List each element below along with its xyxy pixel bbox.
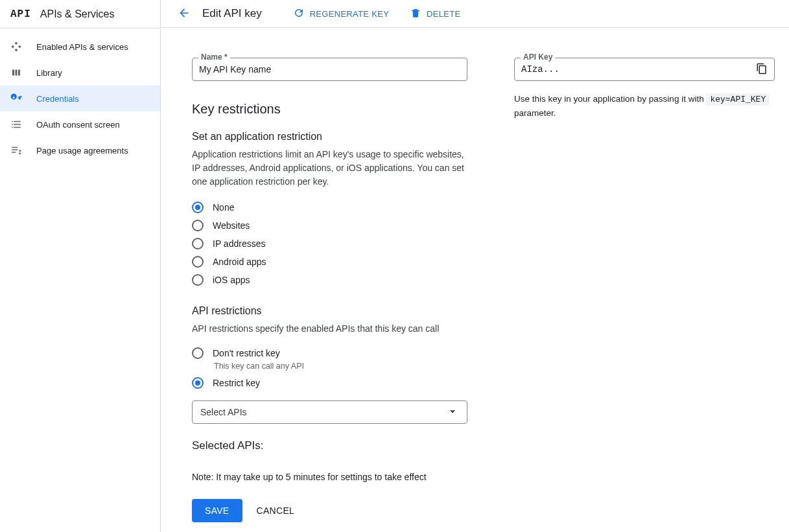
selected-apis-heading: Selected APIs: <box>192 439 467 452</box>
settings-delay-note: Note: It may take up to 5 minutes for se… <box>192 472 467 482</box>
sidebar-item-label: Credentials <box>36 94 79 104</box>
select-apis-dropdown[interactable]: Select APIs <box>192 400 467 424</box>
diamond-icon <box>10 40 26 53</box>
api-logo: API <box>10 8 31 20</box>
library-icon <box>10 66 26 79</box>
cancel-button[interactable]: CANCEL <box>257 505 295 516</box>
apikey-label: API Key <box>521 52 555 62</box>
sidebar-item-label: Page usage agreements <box>36 146 128 156</box>
product-name: APIs & Services <box>40 8 115 20</box>
radio-icon <box>192 220 204 231</box>
radio-websites[interactable]: Websites <box>192 220 467 231</box>
app-restriction-heading: Set an application restriction <box>192 131 467 143</box>
sidebar: API APIs & Services Enabled APIs & servi… <box>0 0 161 532</box>
dropdown-label: Select APIs <box>200 407 247 417</box>
topbar: Edit API key REGENERATE KEY DELETE <box>161 0 789 28</box>
radio-ip-addresses[interactable]: IP addresses <box>192 238 467 249</box>
delete-label: DELETE <box>427 9 460 19</box>
radio-dont-restrict-sub: This key can call any API <box>214 362 467 371</box>
apikey-help-text: Use this key in your application by pass… <box>514 93 775 120</box>
sidebar-item-label: Library <box>36 68 62 78</box>
name-field: Name * <box>192 58 467 81</box>
save-button[interactable]: SAVE <box>192 499 242 522</box>
caret-down-icon <box>446 405 459 420</box>
radio-none[interactable]: None <box>192 202 467 213</box>
name-label: Name * <box>198 52 230 62</box>
copy-icon <box>756 63 768 76</box>
sidebar-item-credentials[interactable]: Credentials <box>0 86 160 111</box>
sidebar-header: API APIs & Services <box>0 0 160 29</box>
radio-restrict-key[interactable]: Restrict key <box>192 377 467 389</box>
refresh-icon <box>293 7 310 21</box>
sidebar-item-label: OAuth consent screen <box>36 120 120 130</box>
regenerate-key-button[interactable]: REGENERATE KEY <box>293 7 389 21</box>
back-button[interactable] <box>176 6 192 21</box>
sidebar-item-label: Enabled APIs & services <box>36 42 128 52</box>
agreements-icon <box>10 144 26 157</box>
radio-icon <box>192 377 204 389</box>
key-icon <box>10 92 26 105</box>
arrow-left-icon <box>178 6 191 21</box>
sidebar-item-oauth-consent[interactable]: OAuth consent screen <box>0 111 160 137</box>
radio-icon <box>192 256 204 268</box>
radio-icon <box>192 274 204 286</box>
sidebar-item-library[interactable]: Library <box>0 60 160 86</box>
api-restriction-description: API restrictions specify the enabled API… <box>192 322 467 336</box>
apikey-value: AIza... <box>521 64 559 75</box>
radio-android-apps[interactable]: Android apps <box>192 256 467 268</box>
delete-button[interactable]: DELETE <box>410 7 460 21</box>
radio-dont-restrict[interactable]: Don't restrict key <box>192 347 467 359</box>
key-restrictions-heading: Key restrictions <box>192 102 467 117</box>
regenerate-label: REGENERATE KEY <box>310 9 389 19</box>
sidebar-item-page-usage[interactable]: Page usage agreements <box>0 137 160 163</box>
page-title: Edit API key <box>202 7 262 20</box>
radio-icon <box>192 202 204 213</box>
api-restriction-heading: API restrictions <box>192 305 467 317</box>
app-restriction-description: Application restrictions limit an API ke… <box>192 148 467 189</box>
apikey-field: API Key AIza... <box>514 58 775 81</box>
consent-icon <box>10 118 26 131</box>
radio-ios-apps[interactable]: iOS apps <box>192 274 467 286</box>
radio-icon <box>192 347 204 359</box>
trash-icon <box>410 7 427 21</box>
sidebar-item-enabled-apis[interactable]: Enabled APIs & services <box>0 34 160 60</box>
copy-apikey-button[interactable] <box>756 63 768 76</box>
radio-icon <box>192 238 204 249</box>
name-input[interactable] <box>199 64 460 75</box>
